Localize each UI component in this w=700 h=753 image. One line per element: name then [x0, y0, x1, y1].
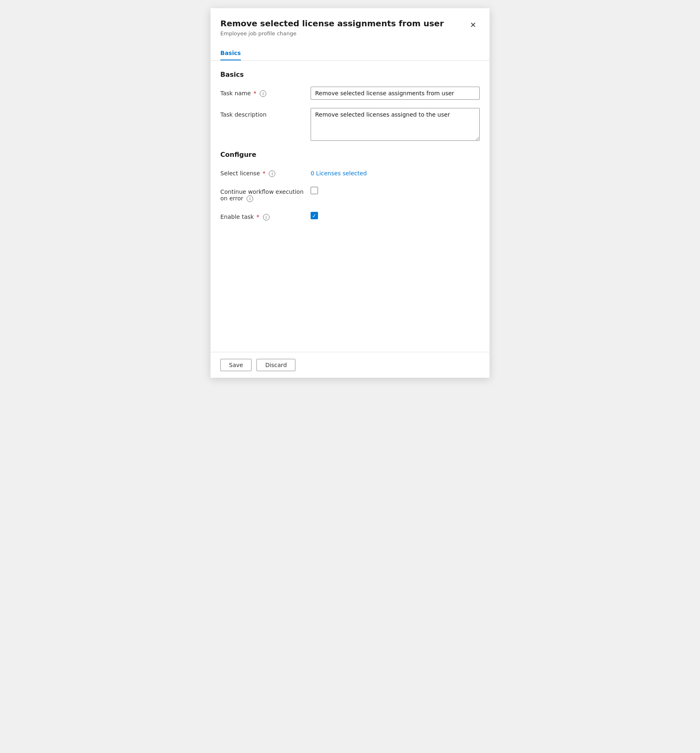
- continue-workflow-row: Continue workflow execution on error i: [220, 185, 480, 202]
- dialog-footer: Save Discard: [210, 352, 490, 378]
- enable-task-checkbox-wrapper: [311, 210, 480, 219]
- tab-bar: Basics: [210, 40, 490, 61]
- title-area: Remove selected license assignments from…: [220, 18, 467, 37]
- continue-workflow-control: [311, 185, 480, 194]
- task-description-input[interactable]: Remove selected licenses assigned to the…: [311, 108, 480, 141]
- select-license-required: *: [263, 170, 265, 177]
- close-button[interactable]: ✕: [467, 18, 480, 31]
- dialog-subtitle: Employee job profile change: [220, 30, 467, 37]
- enable-task-info-icon[interactable]: i: [263, 214, 270, 220]
- select-license-row: Select license * i 0 Licenses selected: [220, 167, 480, 177]
- tab-basics[interactable]: Basics: [220, 46, 241, 60]
- select-license-label: Select license * i: [220, 167, 311, 177]
- dialog-panel: Remove selected license assignments from…: [210, 8, 490, 378]
- continue-workflow-info-icon[interactable]: i: [247, 195, 253, 202]
- enable-task-checkbox[interactable]: [311, 212, 318, 219]
- task-description-label: Task description: [220, 108, 311, 118]
- select-license-info-icon[interactable]: i: [269, 170, 275, 177]
- dialog-title: Remove selected license assignments from…: [220, 18, 467, 29]
- task-name-input[interactable]: [311, 87, 480, 100]
- basics-section-title: Basics: [220, 71, 480, 78]
- configure-section: Configure Select license * i 0 Licenses …: [220, 151, 480, 220]
- save-button[interactable]: Save: [220, 359, 252, 371]
- task-name-required: *: [254, 90, 256, 96]
- configure-section-title: Configure: [220, 151, 480, 158]
- select-license-link[interactable]: 0 Licenses selected: [311, 167, 367, 177]
- dialog-content: Basics Task name * i Task description: [210, 61, 490, 352]
- task-name-info-icon[interactable]: i: [260, 90, 266, 97]
- continue-workflow-label: Continue workflow execution on error i: [220, 185, 311, 202]
- discard-button[interactable]: Discard: [256, 359, 295, 371]
- select-license-control: 0 Licenses selected: [311, 167, 480, 177]
- enable-task-control: [311, 210, 480, 219]
- task-name-row: Task name * i: [220, 87, 480, 100]
- enable-task-required: *: [256, 214, 259, 220]
- basics-section: Basics Task name * i Task description: [220, 71, 480, 142]
- task-description-row: Task description Remove selected license…: [220, 108, 480, 142]
- continue-workflow-checkbox-wrapper: [311, 185, 480, 194]
- dialog-header: Remove selected license assignments from…: [210, 8, 490, 37]
- task-name-control: [311, 87, 480, 100]
- continue-workflow-checkbox[interactable]: [311, 187, 318, 194]
- task-description-control: Remove selected licenses assigned to the…: [311, 108, 480, 142]
- enable-task-row: Enable task * i: [220, 210, 480, 220]
- close-icon: ✕: [470, 21, 476, 29]
- enable-task-label: Enable task * i: [220, 210, 311, 220]
- task-name-label: Task name * i: [220, 87, 311, 97]
